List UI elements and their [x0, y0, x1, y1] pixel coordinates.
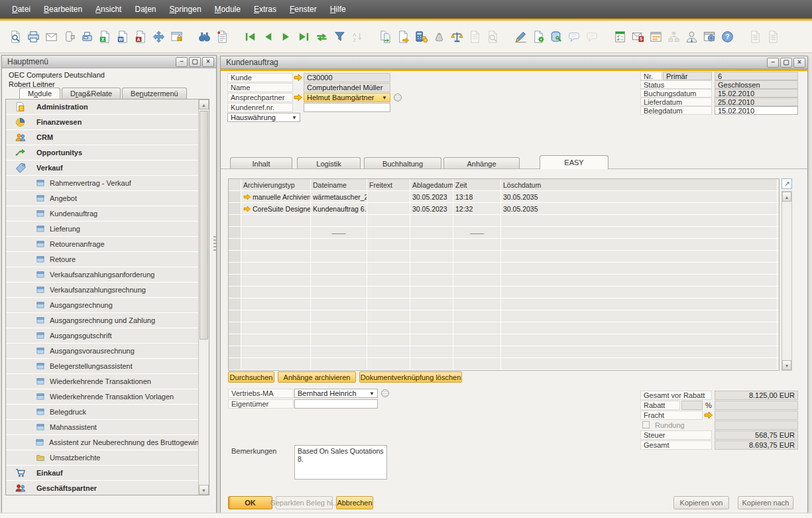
kopieren-nach-button[interactable]: Kopieren nach	[738, 496, 793, 509]
report-viewer-icon[interactable]	[764, 28, 782, 46]
find-icon[interactable]	[196, 28, 213, 46]
sidebar-item-assistent-zur-neuberechnung-des-bruttogewinns[interactable]: Assistent zur Neuberechnung des Bruttoge…	[6, 435, 198, 450]
kundenref-field[interactable]	[304, 103, 390, 112]
sidebar-item-retoure[interactable]: Retoure	[6, 252, 198, 267]
sidebar-item-ausgangsvorausrechnung[interactable]: Ausgangsvorausrechnung	[6, 344, 198, 359]
hauptmenu-titlebar[interactable]: Hauptmenü – ▢ ×	[2, 56, 216, 68]
sidebar-module-finanzwesen[interactable]: Finanzwesen	[6, 115, 198, 130]
nr-series-field[interactable]: Primär	[663, 72, 712, 80]
print-icon[interactable]	[25, 28, 42, 46]
dokumentverknuepfung-loeschen-button[interactable]: Dokumentverknüpfung löschen	[359, 371, 462, 383]
maximize-icon[interactable]: ▢	[189, 57, 201, 67]
kunde-field[interactable]: C30000	[304, 73, 390, 82]
anhaenge-archivieren-button[interactable]: Anhänge archivieren	[278, 371, 356, 383]
refresh-record-icon[interactable]	[313, 28, 331, 46]
column-header-zeit[interactable]: Zeit	[453, 179, 501, 190]
rundung-checkbox[interactable]	[642, 421, 650, 428]
query-manager-icon[interactable]	[548, 28, 565, 46]
kundenauftrag-titlebar[interactable]: Kundenauftrag – ▢ ×	[221, 56, 807, 69]
ms-outlook-icon[interactable]: S	[629, 28, 647, 46]
maximize-icon[interactable]: ▢	[780, 58, 792, 68]
user-icon[interactable]	[683, 28, 701, 46]
sidebar-item-verkaufsanzahlungsanforderung[interactable]: Verkaufsanzahlungsanforderung	[6, 267, 198, 283]
next-record-icon[interactable]	[277, 28, 295, 46]
help-icon[interactable]: ?	[719, 28, 736, 46]
menu-bearbeiten[interactable]: Bearbeiten	[37, 1, 89, 17]
minimize-icon[interactable]: –	[767, 58, 779, 68]
name-field[interactable]: Computerhandel Müller	[304, 83, 390, 92]
document-settings-icon[interactable]	[530, 28, 548, 46]
tab-easy[interactable]: EASY	[540, 155, 609, 169]
org-chart-icon[interactable]	[665, 28, 683, 46]
menu-springen[interactable]: Springen	[163, 1, 208, 17]
edit-icon[interactable]	[512, 28, 530, 46]
menu-daten[interactable]: Daten	[128, 1, 162, 17]
status-field[interactable]: Geschlossen	[715, 80, 798, 89]
table-empty-row[interactable]	[229, 251, 779, 263]
copy-from-icon[interactable]	[377, 28, 394, 46]
print-preview-icon[interactable]	[7, 28, 25, 46]
column-header-dateiname[interactable]: Dateiname	[311, 179, 367, 190]
export-excel-icon[interactable]: X	[96, 28, 114, 46]
minimize-icon[interactable]: –	[176, 57, 188, 67]
sidebar-item-ausgangsrechnung[interactable]: Ausgangsrechnung	[6, 298, 198, 313]
checklist-icon[interactable]	[611, 28, 629, 46]
add-record-icon[interactable]	[213, 28, 231, 46]
scroll-down-icon[interactable]: ▼	[782, 360, 791, 370]
geparkten-beleg-button[interactable]: Geparkten Beleg hi...	[276, 496, 333, 509]
journal-entry-icon[interactable]	[466, 28, 484, 46]
menu-hilfe[interactable]: Hilfe	[323, 1, 353, 17]
sidebar-tab-module[interactable]: Module	[19, 88, 60, 99]
tab-inhalt[interactable]: Inhalt	[230, 157, 292, 169]
menu-ansicht[interactable]: Ansicht	[89, 1, 128, 17]
close-icon[interactable]: ×	[793, 58, 805, 68]
table-empty-row[interactable]	[229, 334, 779, 346]
last-record-icon[interactable]	[295, 28, 313, 46]
document-preview-icon[interactable]	[484, 28, 502, 46]
scroll-up-icon[interactable]: ▲	[199, 99, 209, 109]
durchsuchen-button[interactable]: Durchsuchen	[228, 371, 274, 383]
table-scrollbar[interactable]: ▲ ▼	[782, 191, 792, 371]
eigentuemer-field[interactable]	[294, 399, 378, 409]
column-header-freitext[interactable]: Freitext	[367, 179, 410, 190]
sidebar-module-einkauf[interactable]: Einkauf	[6, 466, 198, 481]
sidebar-item-lieferung[interactable]: Lieferung	[6, 222, 198, 237]
fax-icon[interactable]	[78, 28, 96, 46]
table-empty-row[interactable]	[229, 263, 779, 275]
message-icon[interactable]	[565, 28, 583, 46]
table-empty-row[interactable]	[229, 239, 779, 251]
column-header-ablagedatum[interactable]: Ablagedatum	[410, 179, 453, 190]
column-header-löschdatum[interactable]: Löschdatum	[501, 179, 778, 190]
table-empty-row[interactable]	[229, 298, 779, 310]
sidebar-item-angebot[interactable]: Angebot	[6, 191, 198, 206]
sidebar-item-retourenanfrage[interactable]: Retourenanfrage	[6, 237, 198, 252]
sidebar-item-ausgangsrechnung-und-zahlung[interactable]: Ausgangsrechnung und Zahlung	[6, 313, 198, 328]
sidebar-module-verkauf[interactable]: Verkauf	[6, 161, 198, 176]
table-empty-row[interactable]	[229, 287, 779, 298]
sidebar-item-belegdruck[interactable]: Belegdruck	[6, 405, 198, 420]
report-designer-icon[interactable]	[746, 28, 764, 46]
payment-means-icon[interactable]	[412, 28, 430, 46]
calendar-icon[interactable]	[647, 28, 665, 46]
choose-from-list-icon[interactable]	[381, 389, 389, 397]
menu-datei[interactable]: Datei	[5, 1, 37, 17]
link-arrow-icon[interactable]	[704, 411, 713, 419]
table-empty-row[interactable]	[229, 310, 779, 322]
choose-from-list-icon[interactable]	[394, 94, 402, 101]
kopieren-von-button[interactable]: Kopieren von	[673, 496, 729, 509]
tab-logistik[interactable]: Logistik	[297, 157, 361, 169]
sidebar-item-wiederkehrende-transaktion-vorlagen[interactable]: Wiederkehrende Transaktion Vorlagen	[6, 389, 198, 405]
launch-application-icon[interactable]	[150, 28, 168, 46]
tab-anhänge[interactable]: Anhänge	[443, 157, 520, 169]
sort-table-icon[interactable]: AZ	[349, 28, 367, 46]
table-row[interactable]: CoreSuite DesignerKundenauftrag 6.pdf30.…	[229, 203, 779, 215]
menu-extras[interactable]: Extras	[247, 1, 283, 17]
export-word-icon[interactable]: W	[114, 28, 132, 46]
table-empty-row[interactable]	[229, 322, 779, 334]
table-empty-row[interactable]: ————	[229, 227, 779, 239]
link-arrow-icon[interactable]	[294, 74, 303, 82]
window-resize-grip[interactable]	[213, 236, 217, 251]
sidebar-item-umsatzberichte[interactable]: Umsatzberichte	[6, 450, 198, 466]
sidebar-item-verkaufsanzahlungsrechnung[interactable]: Verkaufsanzahlungsrechnung	[6, 283, 198, 298]
column-header-archivierungstyp[interactable]: Archivierungstyp	[241, 179, 311, 190]
